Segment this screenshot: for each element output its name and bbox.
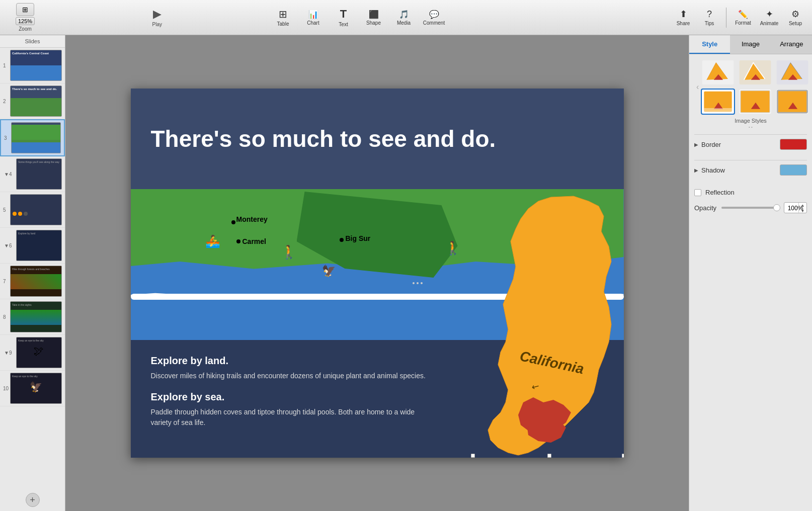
selection-handle-bl[interactable] [471,454,475,458]
border-header[interactable]: ▶ Border [694,134,807,154]
tab-arrange[interactable]: Arrange [771,35,812,54]
canvas-area[interactable]: There's so much to see and do. Monterey … [65,35,689,511]
expand-arrow-icon[interactable]: ▼ [4,243,9,248]
california-svg: California ↙ [473,191,624,458]
shadow-arrow-icon: ▶ [694,167,698,173]
hiker-icon-1: 🚶 [281,244,297,260]
media-icon: 🎵 [399,10,409,19]
slide-item[interactable]: 10 Keep an eye to the sky 🦅 [0,371,65,406]
format-action[interactable]: ✏️ Format [732,10,755,26]
shadow-color-swatch[interactable] [780,164,807,176]
image-styles-pagination: • • [694,125,807,129]
add-slide-button[interactable]: + [26,493,40,507]
expand-arrow-icon[interactable]: ▼ [4,172,9,177]
border-section: ▶ Border [694,134,807,154]
california-shape-container[interactable]: California ↙ [473,191,624,458]
share-action[interactable]: ⬆ Share [672,9,695,26]
table-icon: ⊞ [279,8,287,20]
selection-handle-br[interactable] [622,454,624,458]
slide-item[interactable]: 5 [0,192,65,228]
opacity-value: 100% ▲ ▼ [784,202,807,213]
text-label: Text [339,22,348,27]
styles-grid [701,59,809,115]
share-label: Share [677,21,690,26]
explore-land-block: Explore by land. Discover miles of hikin… [151,355,433,381]
explore-sea-block: Explore by sea. Paddle through hidden co… [151,391,433,428]
opacity-decrement-button[interactable]: ▼ [798,208,806,214]
explore-land-title: Explore by land. [151,355,433,367]
style-thumb-4[interactable] [701,89,735,115]
slide-thumbnail [10,194,62,225]
slide-thumbnail: Keep an eye to the sky 🕊 [16,337,62,368]
tab-image[interactable]: Image [730,35,771,54]
next-styles-arrow[interactable]: › [809,82,812,92]
opacity-slider[interactable] [721,207,780,209]
zoom-input[interactable]: 125% [16,17,35,25]
shadow-section: ▶ Shadow [694,160,807,180]
zoom-label: Zoom [19,26,32,32]
selection-handle-bm[interactable] [547,454,551,458]
comment-tool[interactable]: 💬 Comment [420,10,448,26]
hiker-icon-2: 🚶 [445,240,461,256]
explore-sea-title: Explore by sea. [151,391,433,403]
zoom-group: 125% [16,17,35,25]
style-thumb-3[interactable] [775,59,809,86]
style-thumb-2[interactable] [738,59,772,86]
opacity-increment-button[interactable]: ▲ [798,203,806,208]
style-thumb-5[interactable] [738,89,772,115]
styles-nav: ‹ [694,59,807,115]
border-color-swatch[interactable] [780,139,807,150]
slide-item[interactable]: ▼ 9 Keep an eye to the sky 🕊 [0,335,65,371]
image-styles-label: Image Styles [694,118,807,124]
slide-item[interactable]: 3 [0,119,65,156]
slide-item[interactable]: ▼ 6 Explore by land [0,228,65,264]
explore-sea-body: Paddle through hidden coves and tiptoe t… [151,407,433,428]
tab-style[interactable]: Style [689,35,730,54]
chart-icon: 📊 [308,10,318,19]
setup-action[interactable]: ⚙ Setup [784,9,807,26]
right-panel: Style Image Arrange ‹ [689,35,812,511]
swimmer-dots [413,282,423,284]
slides-panel: Slides 1 California's Central Coast 2 Th… [0,35,65,511]
toolbar: ⊞ 125% Zoom ▶ Play ⊞ Table 📊 Chart T Tex… [0,0,812,35]
expand-arrow-icon[interactable]: ▼ [4,350,9,356]
svg-rect-5 [704,108,732,112]
toolbar-center: ▶ Play [45,8,269,27]
tips-action[interactable]: ? Tips [698,9,721,26]
slide-item[interactable]: 7 Hike through forests and beaches [0,264,65,299]
slide-thumbnail: Keep an eye to the sky 🦅 [10,373,62,404]
opacity-slider-thumb[interactable] [773,204,780,211]
shadow-title: Shadow [701,166,725,174]
shadow-header[interactable]: ▶ Shadow [694,160,807,180]
animate-action[interactable]: ✦ Animate [758,9,781,26]
explore-land-body: Discover miles of hiking trails and enco… [151,371,433,381]
text-tool[interactable]: T Text [330,8,358,27]
bird-icon: 🦅 [322,265,336,278]
slide-item[interactable]: 1 California's Central Coast [0,48,65,83]
view-button[interactable]: ⊞ [16,3,34,16]
style-thumb-1[interactable] [701,59,735,86]
slide-item[interactable]: 2 There's so much to see and do. [0,83,65,119]
setup-label: Setup [789,21,802,26]
slide-number: 9 [9,350,16,356]
play-button[interactable]: ▶ Play [152,8,162,27]
format-label: Format [735,20,751,26]
carmel-dot [236,239,240,243]
prev-styles-arrow[interactable]: ‹ [694,82,701,92]
opacity-stepper: ▲ ▼ [798,203,806,213]
chart-tool[interactable]: 📊 Chart [299,10,328,26]
main-area: Slides 1 California's Central Coast 2 Th… [0,35,812,511]
slide-item[interactable]: 8 Take in the sights [0,299,65,335]
opacity-slider-fill [721,207,780,209]
format-icon: ✏️ [738,10,748,19]
reflection-checkbox[interactable] [694,189,701,196]
slide-thumbnail: Hike through forests and beaches [10,266,62,297]
media-tool[interactable]: 🎵 Media [390,10,418,26]
shape-tool[interactable]: ⬛ Shape [360,10,388,26]
style-thumb-6[interactable] [775,89,809,115]
toolbar-divider [726,8,726,28]
slide-item[interactable]: ▼ 4 Some things you'll see along the way [0,156,65,192]
table-tool[interactable]: ⊞ Table [269,8,297,27]
opacity-row: Opacity 100% ▲ ▼ [694,199,807,216]
chart-label: Chart [307,20,319,26]
